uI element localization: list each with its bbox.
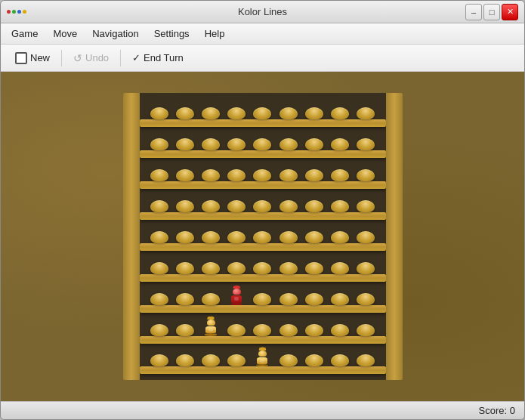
gold-figurine[interactable] (253, 342, 271, 366)
token[interactable] (227, 138, 246, 150)
token[interactable] (331, 293, 349, 305)
token[interactable] (279, 200, 298, 212)
token[interactable] (150, 324, 168, 336)
token[interactable] (176, 324, 194, 336)
token[interactable] (305, 231, 323, 243)
token[interactable] (253, 231, 271, 243)
shelf-tokens (143, 169, 383, 189)
token[interactable] (202, 293, 220, 305)
endturn-label: End Turn (144, 52, 184, 63)
token[interactable] (279, 354, 298, 366)
token[interactable] (331, 200, 349, 212)
close-button[interactable]: ✕ (502, 4, 518, 20)
endturn-button[interactable]: ✓ End Turn (124, 48, 192, 67)
token[interactable] (279, 324, 298, 336)
token[interactable] (253, 138, 271, 150)
toolbar-separator-2 (120, 50, 121, 66)
token[interactable] (227, 107, 246, 119)
token[interactable] (202, 169, 220, 181)
token[interactable] (150, 169, 168, 181)
token[interactable] (305, 169, 323, 181)
token[interactable] (357, 324, 375, 336)
red-figurine[interactable] (227, 281, 246, 305)
token[interactable] (305, 107, 323, 119)
token[interactable] (253, 169, 271, 181)
token[interactable] (279, 169, 298, 181)
token[interactable] (202, 354, 220, 366)
token[interactable] (202, 107, 220, 119)
token[interactable] (357, 138, 375, 150)
token[interactable] (227, 262, 246, 274)
token[interactable] (305, 354, 323, 366)
token[interactable] (176, 231, 194, 243)
gold-figurine[interactable] (202, 312, 220, 336)
token[interactable] (357, 262, 375, 274)
maximize-button[interactable]: □ (483, 4, 500, 20)
token[interactable] (227, 354, 246, 366)
token[interactable] (357, 231, 375, 243)
new-button[interactable]: New (7, 48, 58, 68)
token[interactable] (150, 293, 168, 305)
token[interactable] (150, 138, 168, 150)
token[interactable] (305, 293, 323, 305)
shelf-tokens (143, 312, 383, 344)
token[interactable] (150, 354, 168, 366)
token[interactable] (176, 200, 194, 212)
token[interactable] (305, 138, 323, 150)
menu-move[interactable]: Move (45, 26, 85, 42)
menu-help[interactable]: Help (197, 26, 233, 42)
shelf-tokens (143, 281, 383, 313)
token[interactable] (227, 231, 246, 243)
token[interactable] (357, 293, 375, 305)
token[interactable] (150, 107, 168, 119)
pillar-right (386, 93, 403, 380)
token[interactable] (357, 200, 375, 212)
token[interactable] (150, 200, 168, 212)
token[interactable] (150, 262, 168, 274)
menu-settings[interactable]: Settings (147, 26, 197, 42)
token[interactable] (331, 138, 349, 150)
token[interactable] (176, 107, 194, 119)
token[interactable] (331, 324, 349, 336)
token[interactable] (279, 262, 298, 274)
token[interactable] (227, 200, 246, 212)
token[interactable] (176, 169, 194, 181)
menu-game[interactable]: Game (4, 26, 45, 42)
token[interactable] (227, 324, 246, 336)
game-area[interactable] (1, 72, 524, 401)
token[interactable] (202, 262, 220, 274)
token[interactable] (202, 138, 220, 150)
token[interactable] (305, 262, 323, 274)
token[interactable] (176, 293, 194, 305)
token[interactable] (279, 293, 298, 305)
token[interactable] (305, 200, 323, 212)
token[interactable] (227, 169, 246, 181)
token[interactable] (331, 262, 349, 274)
token[interactable] (253, 200, 271, 212)
token[interactable] (331, 107, 349, 119)
token[interactable] (253, 262, 271, 274)
token[interactable] (331, 231, 349, 243)
token[interactable] (202, 200, 220, 212)
token[interactable] (176, 138, 194, 150)
token[interactable] (253, 324, 271, 336)
token[interactable] (279, 138, 298, 150)
token[interactable] (150, 231, 168, 243)
token[interactable] (253, 293, 271, 305)
token[interactable] (279, 107, 298, 119)
token[interactable] (357, 107, 375, 119)
token[interactable] (253, 107, 271, 119)
minimize-button[interactable]: – (465, 4, 482, 20)
token[interactable] (176, 354, 194, 366)
menu-navigation[interactable]: Navigation (85, 26, 146, 42)
token[interactable] (305, 324, 323, 336)
token[interactable] (357, 354, 375, 366)
token[interactable] (357, 169, 375, 181)
token[interactable] (279, 231, 298, 243)
token[interactable] (176, 262, 194, 274)
token[interactable] (331, 169, 349, 181)
token[interactable] (202, 231, 220, 243)
undo-button[interactable]: ↺ Undo (65, 48, 117, 68)
shelf-row (143, 222, 383, 251)
token[interactable] (331, 354, 349, 366)
